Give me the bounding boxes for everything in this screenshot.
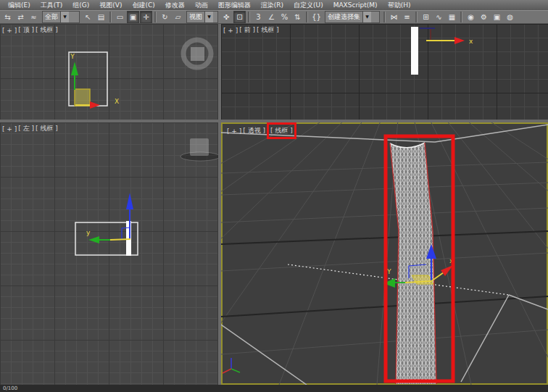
3ds-max-window: 编辑(E) 工具(T) 组(G) 视图(V) 创建(C) 修改器 动画 图形编辑… [0,0,548,392]
bind-to-space-warp-icon[interactable]: ≈ [28,11,40,23]
viewport-top[interactable]: [ + ] [ 顶 ] [ 线框 ] Y X [0,24,218,120]
dropdown-arrow-icon: ▼ [362,12,371,22]
toolbar-separator [383,12,386,22]
material-editor-icon[interactable]: ◉ [465,11,477,23]
perspective-viewport-canvas: x Y [221,122,548,385]
edit-named-selection-sets-icon[interactable]: {} [310,11,323,23]
unlink-selection-icon[interactable]: ⇄ [14,11,27,23]
viewport-perspective-label[interactable]: [ + ] [ 透视 ] [ 线框 ] [227,126,296,135]
layer-manager-icon[interactable]: ⊞ [420,11,432,23]
gizmo-selected-axis[interactable] [110,239,130,240]
menu-rendering[interactable]: 渲染(R) [256,0,288,10]
menu-modifiers[interactable]: 修改器 [160,0,190,10]
spinner-snap-icon[interactable]: ⇅ [291,11,304,23]
menu-tools[interactable]: 工具(T) [36,0,68,10]
menu-animation[interactable]: 动画 [190,0,213,10]
menu-group[interactable]: 组(G) [67,0,94,10]
viewport-left[interactable]: [ + ] [ 左 ] [ 线框 ] y [0,122,218,385]
viewport-front[interactable]: [ + ] [ 前 ] [ 线框 ] x [221,24,548,120]
ghost-box-icon [190,138,209,156]
viewport-shading-mode[interactable]: [ 线框 ] [257,25,279,35]
axis-label-x: x [469,38,473,45]
curve-editor-icon[interactable]: ∿ [433,11,445,23]
selection-filter-value: 全部 [43,12,60,22]
viewport-shading-mode[interactable]: [ 线框 ] [36,124,58,133]
named-selection-sets-dropdown[interactable]: 创建选择集 ▼ [325,11,380,23]
viewport-view-name[interactable]: [ 左 ] [18,124,34,133]
toolbar-separator [415,12,418,22]
plane-object-top-view[interactable] [75,89,90,106]
dropdown-arrow-icon: ▼ [60,12,69,22]
viewport-view-name[interactable]: [ 顶 ] [18,25,34,35]
menu-bar: 编辑(E) 工具(T) 组(G) 视图(V) 创建(C) 修改器 动画 图形编辑… [0,0,548,10]
gizmo-z-arrowhead-icon[interactable] [126,193,133,209]
toolbar-separator [154,12,157,22]
toolbar-separator [248,12,250,22]
frame-indicator: 0/100 [3,385,17,391]
viewport-menu-plus[interactable]: [ + ] [223,27,238,34]
select-object-icon[interactable]: ↖ [82,11,94,23]
rendered-frame-window-icon[interactable]: ▣ [491,11,503,23]
menu-edit[interactable]: 编辑(E) [3,0,36,10]
mirror-icon[interactable]: ⋈ [388,11,400,23]
viewport-view-name[interactable]: [ 前 ] [239,25,255,35]
menu-maxscript[interactable]: MAXScript(M) [328,0,383,10]
viewport-view-name[interactable]: [ 透视 ] [243,126,265,135]
left-viewport-canvas: y [0,122,218,385]
reference-coordinate-value: 视图 [187,12,204,22]
reference-coordinate-dropdown[interactable]: 视图 ▼ [186,11,218,23]
toolbar-separator [306,12,308,22]
viewport-menu-plus[interactable]: [ + ] [2,125,17,133]
gizmo-y-arrowhead-icon[interactable] [71,62,78,75]
gizmo-x-arrowhead-icon[interactable] [454,37,465,44]
select-and-scale-icon[interactable]: ▱ [172,11,184,23]
select-by-name-icon[interactable]: ▤ [95,11,107,23]
percent-snap-icon[interactable]: % [278,11,291,23]
gizmo-x-arrowhead-icon[interactable] [90,101,100,109]
front-viewport-canvas: x [221,24,548,120]
render-setup-icon[interactable]: ⚙ [478,11,490,23]
navigation-square-icon[interactable] [191,47,204,61]
gizmo-x-arrowhead-icon[interactable] [441,265,453,276]
viewport-top-label[interactable]: [ + ] [ 顶 ] [ 线框 ] [2,25,58,35]
mesh-column-object[interactable] [390,143,436,384]
viewport-menu-plus[interactable]: [ + ] [227,128,241,135]
angle-snap-icon[interactable]: ∠ [265,11,278,23]
status-strip: 0/100 [0,385,548,392]
menu-customize[interactable]: 自定义(U) [288,0,328,10]
top-viewport-canvas: Y X [0,24,218,120]
world-axis-tripod [223,358,240,373]
menu-graph-editors[interactable]: 图形编辑器 [213,0,256,10]
toolbar-separator [460,12,462,22]
render-production-icon[interactable]: ◍ [504,11,516,23]
menu-help[interactable]: 帮助(H) [383,0,416,10]
named-selection-sets-value: 创建选择集 [325,12,362,22]
select-and-move-icon[interactable]: ✛ [140,11,152,23]
menu-views[interactable]: 视图(V) [94,0,127,10]
axis-label-y: Y [70,53,75,60]
select-and-rotate-icon[interactable]: ↻ [159,11,171,23]
main-toolbar: ⇆ ⇄ ≈ 全部 ▼ ↖ ▤ ▭ ▣ ✛ ↻ ▱ 视图 ▼ ✜ ⊡ 3 ∠ % … [0,10,548,24]
schematic-view-icon[interactable]: ▦ [446,11,458,23]
axis-label-y: y [86,229,91,236]
axis-label-x: X [115,98,119,105]
select-and-link-icon[interactable]: ⇆ [1,11,14,23]
rectangular-selection-region-icon[interactable]: ▭ [114,11,126,23]
window-crossing-icon[interactable]: ▣ [127,11,139,23]
dropdown-arrow-icon: ▼ [204,12,213,22]
viewport-shading-mode-highlighted[interactable]: [ 线框 ] [267,122,296,139]
align-icon[interactable]: ≡ [401,11,413,23]
viewport-front-label[interactable]: [ + ] [ 前 ] [ 线框 ] [223,25,279,35]
viewport-menu-plus[interactable]: [ + ] [2,27,17,34]
toolbar-separator [109,12,112,22]
keyboard-shortcut-override-icon[interactable]: ⊡ [233,11,246,23]
select-and-manipulate-icon[interactable]: ✜ [220,11,233,23]
viewport-perspective[interactable]: x Y [ + ] [ 透视 ] [ 线框 ] [221,122,548,385]
viewport-shading-mode[interactable]: [ 线框 ] [36,25,58,35]
menu-create[interactable]: 创建(C) [127,0,159,10]
gizmo-y-arrowhead-icon[interactable] [88,236,99,243]
selection-filter-dropdown[interactable]: 全部 ▼ [42,11,80,23]
plane-object-front-view[interactable] [411,27,418,75]
viewport-left-label[interactable]: [ + ] [ 左 ] [ 线框 ] [2,124,58,133]
snaps-toggle-icon[interactable]: 3 [252,11,265,23]
